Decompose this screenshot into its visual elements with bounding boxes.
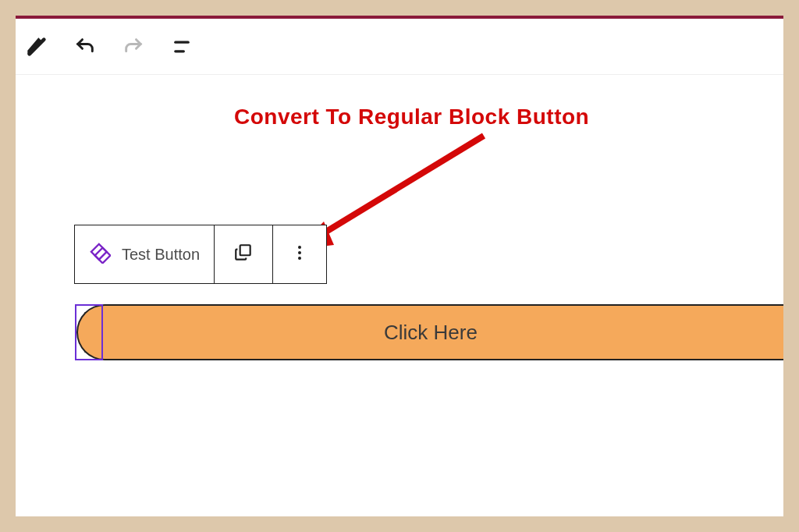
editor-frame: Convert To Regular Block Button Test But…	[16, 16, 783, 516]
detach-icon	[233, 243, 254, 266]
undo-icon[interactable]	[72, 34, 98, 60]
document-outline-icon[interactable]	[169, 34, 195, 60]
reusable-block-icon	[89, 242, 111, 268]
button-block-text: Click Here	[384, 321, 478, 345]
block-type-button[interactable]: Test Button	[75, 225, 215, 283]
svg-line-2	[304, 136, 484, 245]
convert-to-regular-button[interactable]	[215, 225, 273, 283]
block-type-label: Test Button	[122, 246, 200, 264]
top-toolbar	[16, 19, 783, 75]
button-block[interactable]: Click Here	[76, 304, 783, 360]
annotation-label: Convert To Regular Block Button	[234, 105, 589, 129]
edit-icon[interactable]	[23, 34, 50, 60]
svg-rect-6	[240, 245, 250, 255]
svg-point-9	[298, 257, 301, 260]
more-vertical-icon	[290, 243, 309, 265]
svg-point-8	[298, 251, 301, 254]
redo-icon	[120, 34, 147, 60]
more-options-button[interactable]	[273, 225, 326, 283]
svg-point-7	[298, 246, 301, 249]
block-toolbar: Test Button	[74, 225, 327, 284]
